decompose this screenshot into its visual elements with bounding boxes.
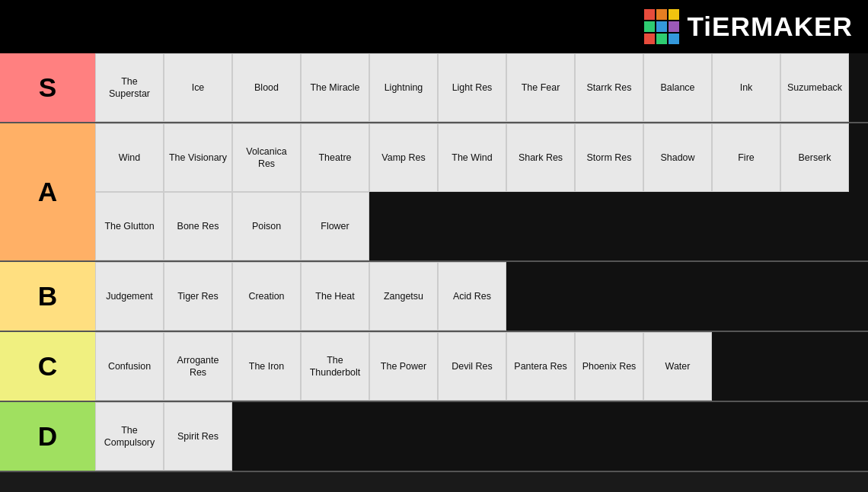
- tier-item[interactable]: The Visionary: [164, 123, 232, 192]
- tier-item[interactable]: Wind: [95, 123, 164, 192]
- tier-item[interactable]: Pantera Res: [506, 332, 575, 401]
- tier-item[interactable]: Flower: [301, 192, 369, 260]
- tier-row-s: SThe SuperstarIceBloodThe MiracleLightni…: [0, 53, 868, 123]
- tier-item[interactable]: Blood: [232, 53, 301, 122]
- tier-label-a: A: [0, 123, 95, 260]
- header-logo: TiERMAKER: [95, 9, 868, 44]
- logo-text: TiERMAKER: [687, 11, 853, 42]
- tier-row-c: CConfusionArrogante ResThe IronThe Thund…: [0, 332, 868, 402]
- tier-item[interactable]: The Superstar: [95, 53, 164, 122]
- tier-item[interactable]: Poison: [232, 192, 301, 260]
- tier-item[interactable]: Phoenix Res: [575, 332, 643, 401]
- tier-item[interactable]: Shark Res: [506, 123, 575, 192]
- tier-item[interactable]: Confusion: [95, 332, 164, 401]
- tier-item[interactable]: Acid Res: [438, 262, 506, 331]
- tier-item[interactable]: Light Res: [438, 53, 506, 122]
- tier-item[interactable]: Volcanica Res: [232, 123, 301, 192]
- tier-item[interactable]: Bone Res: [164, 192, 232, 260]
- tier-item[interactable]: Vamp Res: [369, 123, 438, 192]
- tier-item[interactable]: Spirit Res: [164, 402, 232, 471]
- tier-item[interactable]: Judgement: [95, 262, 164, 331]
- tier-item[interactable]: Balance: [643, 53, 712, 122]
- tier-item[interactable]: The Glutton: [95, 192, 164, 260]
- tier-items-d: The CompulsorySpirit Res: [95, 402, 868, 471]
- tier-item[interactable]: The Thunderbolt: [301, 332, 369, 401]
- tier-item[interactable]: The Iron: [232, 332, 301, 401]
- tier-item[interactable]: Shadow: [643, 123, 712, 192]
- tier-items-b: JudgementTiger ResCreationThe HeatZanget…: [95, 262, 868, 331]
- tier-label-c: C: [0, 332, 95, 401]
- logo-grid-icon: [644, 9, 679, 44]
- tier-label-b: B: [0, 262, 95, 331]
- tier-row-d: DThe CompulsorySpirit Res: [0, 402, 868, 472]
- tier-item[interactable]: Ice: [164, 53, 232, 122]
- tier-item[interactable]: Fire: [712, 123, 780, 192]
- tier-item[interactable]: Tiger Res: [164, 262, 232, 331]
- tier-row-b: BJudgementTiger ResCreationThe HeatZange…: [0, 262, 868, 332]
- tier-container: SThe SuperstarIceBloodThe MiracleLightni…: [0, 53, 868, 472]
- header: TiERMAKER: [0, 0, 868, 53]
- tier-item[interactable]: Ink: [712, 53, 780, 122]
- tier-item[interactable]: Water: [643, 332, 712, 401]
- tier-item[interactable]: The Wind: [438, 123, 506, 192]
- tier-label-d: D: [0, 402, 95, 471]
- tier-item[interactable]: Creation: [232, 262, 301, 331]
- tier-item[interactable]: The Fear: [506, 53, 575, 122]
- tier-item[interactable]: Starrk Res: [575, 53, 643, 122]
- tier-item[interactable]: Lightning: [369, 53, 438, 122]
- tier-item[interactable]: Zangetsu: [369, 262, 438, 331]
- tier-item[interactable]: Devil Res: [438, 332, 506, 401]
- tier-label-s: S: [0, 53, 95, 122]
- tier-item[interactable]: The Miracle: [301, 53, 369, 122]
- tier-item[interactable]: The Compulsory: [95, 402, 164, 471]
- tier-items-a: WindThe VisionaryVolcanica ResTheatreVam…: [95, 123, 868, 260]
- tier-item[interactable]: The Power: [369, 332, 438, 401]
- tier-item[interactable]: Storm Res: [575, 123, 643, 192]
- tier-items-c: ConfusionArrogante ResThe IronThe Thunde…: [95, 332, 868, 401]
- tier-item[interactable]: Arrogante Res: [164, 332, 232, 401]
- tier-item[interactable]: Berserk: [780, 123, 849, 192]
- tier-items-s: The SuperstarIceBloodThe MiracleLightnin…: [95, 53, 868, 122]
- tier-item[interactable]: The Heat: [301, 262, 369, 331]
- tier-item[interactable]: Suzumeback: [780, 53, 849, 122]
- tier-item[interactable]: Theatre: [301, 123, 369, 192]
- tier-row-a: AWindThe VisionaryVolcanica ResTheatreVa…: [0, 123, 868, 262]
